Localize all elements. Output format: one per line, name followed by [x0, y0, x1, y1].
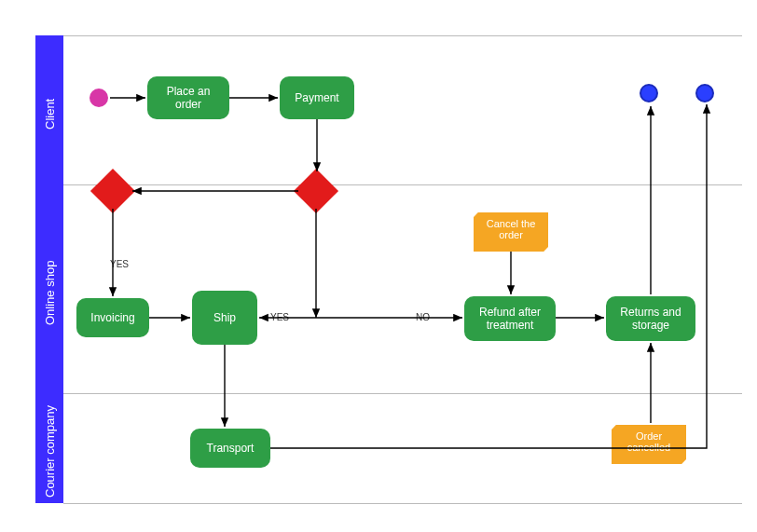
lane-divider	[63, 35, 742, 36]
lane-label-shop: Online shop	[35, 184, 63, 401]
edge-label-yes2: YES	[268, 312, 291, 322]
node-returns[interactable]: Returns and storage	[606, 296, 695, 341]
gateway-left[interactable]	[90, 169, 135, 213]
note-cancel-order[interactable]: Cancel the order	[474, 212, 548, 252]
gateway-main[interactable]	[294, 169, 338, 213]
node-invoicing[interactable]: Invoicing	[76, 298, 149, 337]
end-event-2[interactable]	[695, 84, 714, 102]
note-order-cancelled[interactable]: Order cancelled	[612, 425, 686, 464]
end-event-1[interactable]	[640, 84, 658, 102]
lane-label-courier: Courier company	[35, 393, 63, 511]
node-transport[interactable]: Transport	[190, 429, 270, 468]
lane-divider	[63, 393, 742, 394]
lane-label-client: Client	[35, 35, 63, 192]
lane-divider	[63, 503, 742, 504]
lane-divider	[63, 184, 742, 185]
edge-label-no: NO	[414, 312, 432, 322]
edge-label-yes1: YES	[108, 259, 131, 269]
node-payment[interactable]: Payment	[280, 76, 354, 119]
node-ship[interactable]: Ship	[192, 291, 257, 345]
node-place-order[interactable]: Place an order	[147, 76, 229, 119]
node-refund[interactable]: Refund after treatment	[464, 296, 556, 341]
start-event[interactable]	[89, 89, 108, 107]
